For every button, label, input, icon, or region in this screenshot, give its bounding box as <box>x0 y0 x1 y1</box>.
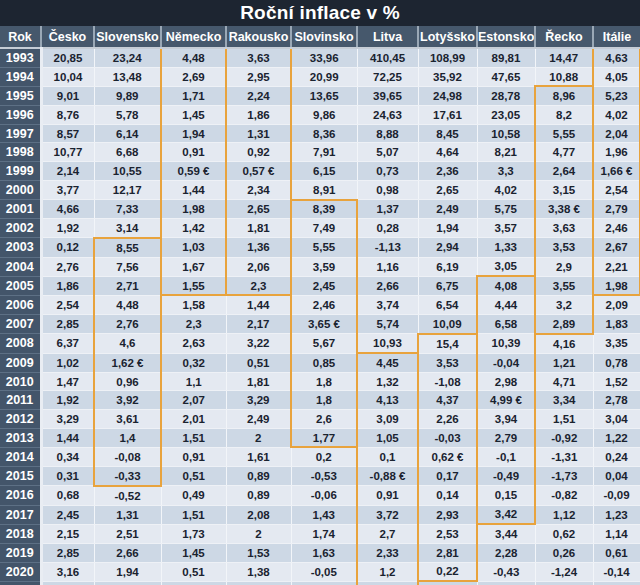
value-cell: 1,92 <box>291 581 357 585</box>
value-cell: 0,91 <box>161 447 226 466</box>
value-cell: 2,76 <box>94 315 161 334</box>
year-cell: 2002 <box>0 219 41 238</box>
value-cell: 2,15 <box>41 524 94 543</box>
value-cell: -0,04 <box>477 353 535 372</box>
value-cell: 4,66 <box>41 200 94 219</box>
value-cell: 15,4 <box>418 334 477 353</box>
value-cell: 5,23 <box>593 86 640 105</box>
table-row: 20150,31-0,330,510,89-0,53-0,88 €0,17-0,… <box>0 467 640 486</box>
value-cell: 2,9 <box>535 257 593 276</box>
value-cell: 10,93 <box>357 334 418 353</box>
value-cell: 1,52 <box>593 372 640 391</box>
value-cell: 4,77 <box>535 143 593 162</box>
value-cell: 6,54 <box>418 295 477 314</box>
value-cell: 1,4 <box>94 428 161 447</box>
value-cell: -0,08 <box>94 447 161 466</box>
column-header-country: Litva <box>357 26 418 48</box>
value-cell: 2,3 <box>161 315 226 334</box>
value-cell: 0,1 <box>357 447 418 466</box>
value-cell: 2,51 <box>94 524 161 543</box>
value-cell: 1,98 <box>161 200 226 219</box>
value-cell: 1,31 <box>94 505 161 524</box>
year-cell: 2015 <box>0 467 41 486</box>
table-row: 20042,767,561,672,063,591,166,193,052,92… <box>0 257 640 276</box>
value-cell: 8,45 <box>418 124 477 143</box>
value-cell: 8,21 <box>477 143 535 162</box>
value-cell: 2,46 <box>593 219 640 238</box>
value-cell: 1,83 <box>593 315 640 334</box>
value-cell: 5,07 <box>357 143 418 162</box>
value-cell: 6,68 <box>94 143 161 162</box>
value-cell: 2,6 <box>291 410 357 429</box>
value-cell: 2,21 <box>593 257 640 276</box>
year-cell: 1999 <box>0 162 41 181</box>
value-cell: -1,13 <box>357 238 418 257</box>
year-cell: 2010 <box>0 372 41 391</box>
value-cell: 2 <box>226 428 291 447</box>
value-cell: 1,47 <box>41 372 94 391</box>
value-cell: 28,78 <box>477 86 535 105</box>
value-cell: 0,62 <box>535 524 593 543</box>
value-cell: 1,86 <box>41 276 94 295</box>
year-cell: 2021 <box>0 581 41 585</box>
value-cell: 1,14 <box>593 524 640 543</box>
value-cell: 3,04 <box>593 410 640 429</box>
value-cell: 1,94 <box>94 562 161 581</box>
value-cell: 0,89 <box>226 467 291 486</box>
value-cell: 14,47 <box>535 48 593 67</box>
value-cell: 4,45 <box>357 353 418 372</box>
value-cell: 8,96 <box>535 86 593 105</box>
year-cell: 2013 <box>0 428 41 447</box>
year-cell: 2020 <box>0 562 41 581</box>
value-cell: 2,64 <box>535 162 593 181</box>
value-cell: -1,08 <box>418 372 477 391</box>
value-cell: 8,57 <box>41 124 94 143</box>
value-cell: 3,28 <box>418 581 477 585</box>
value-cell: 2,46 <box>291 295 357 314</box>
value-cell: 0,34 <box>41 447 94 466</box>
table-row: 19978,576,141,941,318,368,888,4510,585,5… <box>0 124 640 143</box>
value-cell: 1,44 <box>161 180 226 199</box>
value-cell: -0,14 <box>593 562 640 581</box>
value-cell: 0,04 <box>593 467 640 486</box>
column-header-country: Německo <box>161 26 226 48</box>
value-cell: 3,84 <box>41 581 94 585</box>
value-cell: 2,54 <box>41 295 94 314</box>
value-cell: 2,14 <box>41 162 94 181</box>
value-cell: 10,77 <box>41 143 94 162</box>
value-cell: 2,69 <box>161 67 226 86</box>
year-cell: 2005 <box>0 276 41 295</box>
value-cell: -0,92 <box>535 428 593 447</box>
value-cell: 6,14 <box>94 124 161 143</box>
value-cell: 1,42 <box>161 219 226 238</box>
value-cell: 9,89 <box>94 86 161 105</box>
value-cell: 4,64 <box>418 143 477 162</box>
value-cell: 0,96 <box>94 372 161 391</box>
value-cell: 0,15 <box>477 486 535 505</box>
value-cell: 6,37 <box>41 334 94 353</box>
value-cell: 4,02 <box>477 180 535 199</box>
year-cell: 1995 <box>0 86 41 105</box>
euro-adoption-cell: 0,57 € <box>226 162 291 181</box>
value-cell: 2,3 <box>226 276 291 295</box>
value-cell: 0,68 <box>41 486 94 505</box>
year-cell: 1998 <box>0 143 41 162</box>
value-cell: -0,49 <box>477 467 535 486</box>
euro-adoption-cell: 4,99 € <box>477 391 535 410</box>
value-cell: 2,26 <box>418 410 477 429</box>
value-cell: 3,14 <box>161 581 226 585</box>
value-cell: 2,49 <box>418 200 477 219</box>
value-cell: 1,1 <box>161 372 226 391</box>
value-cell: 2,08 <box>226 505 291 524</box>
value-cell: 4,02 <box>593 106 640 125</box>
value-cell: 1,23 <box>593 505 640 524</box>
value-cell: 2,67 <box>593 238 640 257</box>
column-header-country: Slovensko <box>94 26 161 48</box>
table-row: 199320,8523,244,483,6333,96410,45108,998… <box>0 48 640 67</box>
value-cell: 2,28 <box>477 543 535 562</box>
value-cell: 3,74 <box>357 295 418 314</box>
value-cell: 1,02 <box>41 353 94 372</box>
value-cell: 3,59 <box>291 257 357 276</box>
value-cell: 8,91 <box>291 180 357 199</box>
value-cell: 4,08 <box>477 276 535 295</box>
